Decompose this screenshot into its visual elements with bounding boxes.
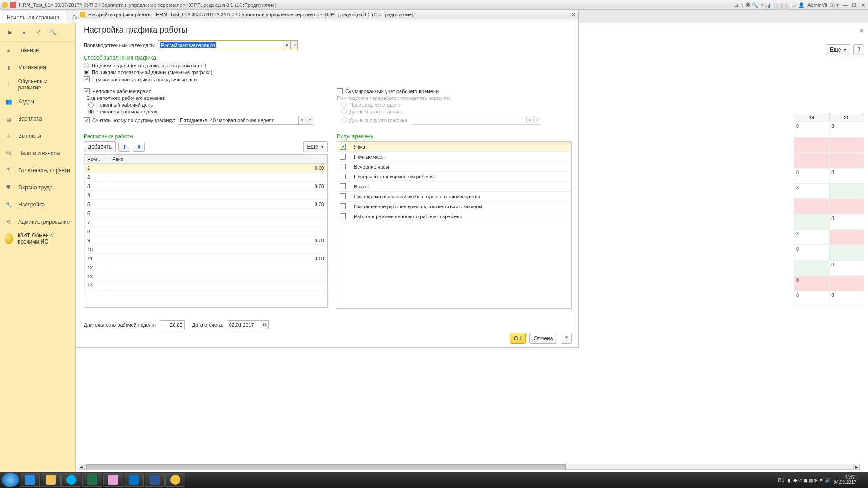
calendar-cell[interactable]: 8 <box>794 276 829 291</box>
dialog-titlebar[interactable]: Настройка графика работы - HRM_Test_01//… <box>77 10 579 19</box>
search-icon[interactable]: 🔍 <box>49 28 57 37</box>
schedule-grid[interactable]: Ном… Явка 18,00238,00458,0067898,0010118… <box>84 154 328 308</box>
calendar-cell[interactable] <box>829 230 864 245</box>
minimize-button[interactable]: — <box>842 2 848 8</box>
table-row[interactable]: 7 <box>85 218 327 227</box>
table-row[interactable]: 8 <box>85 227 327 236</box>
sidebar-item-payouts[interactable]: ⇩Выплаты <box>0 127 75 145</box>
calendar-cell[interactable]: 8 <box>794 291 829 306</box>
checkbox[interactable] <box>340 193 346 199</box>
sidebar-item-salary[interactable]: ▤Зарплата <box>0 110 75 127</box>
history-icon[interactable]: ↺ <box>34 28 42 37</box>
show-desktop[interactable] <box>860 474 863 486</box>
dialog-help-button[interactable]: ? <box>561 333 572 344</box>
lang-indicator[interactable]: RU <box>778 478 784 483</box>
timetypes-grid[interactable]: ✔ЯвкаНочные часыВечерние часыПерерывы дл… <box>337 141 572 309</box>
checkbox-sum[interactable] <box>337 88 343 94</box>
panel-icon[interactable]: ▭ <box>791 2 796 8</box>
calendar-cell[interactable]: 8 <box>794 230 829 245</box>
favorites-icon[interactable]: ★ <box>20 28 28 37</box>
calendar-cell[interactable] <box>829 276 864 291</box>
sidebar-item-safety[interactable]: ⛊Охрана труда <box>0 179 75 196</box>
task-excel[interactable] <box>82 473 102 487</box>
table-row[interactable]: 4 <box>85 191 327 200</box>
sidebar-item-exchange[interactable]: ЮИТ Обмен с прочими ИС <box>0 230 75 247</box>
info-icon[interactable]: ⓘ ▾ <box>830 2 839 9</box>
open-icon[interactable]: ↗ <box>290 41 297 50</box>
timetype-row[interactable]: Перерывы для кормления ребенка <box>337 172 571 182</box>
task-word[interactable] <box>145 473 165 487</box>
dropdown-icon[interactable]: ▾ <box>299 116 306 125</box>
tab-home[interactable]: Начальная страница <box>0 11 66 23</box>
checkbox[interactable] <box>340 183 346 189</box>
task-paint[interactable] <box>103 473 123 487</box>
table-row[interactable]: 10 <box>85 245 327 254</box>
calendar-cell[interactable]: 8 <box>794 122 829 137</box>
cancel-button[interactable]: Отмена <box>529 333 557 344</box>
calendar-cell[interactable] <box>794 199 829 214</box>
dialog-close-button[interactable]: ✕ <box>571 12 576 18</box>
sidebar-item-reports[interactable]: 🖹Отчетность, справки <box>0 162 75 179</box>
radio-partweek[interactable] <box>88 109 94 114</box>
table-row[interactable]: 12 <box>85 263 327 272</box>
timetype-row[interactable]: Ночные часы <box>337 152 571 162</box>
calendar-cell[interactable] <box>794 214 829 230</box>
calendar-cell[interactable]: 8 <box>829 122 864 137</box>
calendar-cell[interactable]: 8 <box>794 183 829 199</box>
tray-icons[interactable]: ◧ ◆ ⟳ ▣ ▦ ◉ ⚑ 🔊 <box>788 478 830 483</box>
move-up-button[interactable]: ⬆ <box>118 142 130 152</box>
table-row[interactable]: 14 <box>85 281 327 290</box>
task-skype[interactable] <box>61 473 81 487</box>
calendar-cell[interactable]: 8 <box>829 291 864 306</box>
horizontal-scrollbar[interactable]: ◂ ▸ <box>78 464 860 470</box>
dropdown-icon[interactable]: ▾ <box>283 41 290 50</box>
calendar-cell[interactable] <box>794 153 829 168</box>
more-grid-button[interactable]: Еще <box>303 141 328 152</box>
apps-icon[interactable]: ⊞ <box>5 28 14 37</box>
system-tray[interactable]: RU ◧ ◆ ⟳ ▣ ▦ ◉ ⚑ 🔊 13:51 04.08.2017 <box>778 474 866 486</box>
sidebar-item-staff[interactable]: 👥Кадры <box>0 93 75 110</box>
table-row[interactable]: 18,00 <box>85 164 327 173</box>
checkbox[interactable] <box>340 213 346 219</box>
calendar-icon[interactable]: 🗓 <box>261 320 269 329</box>
table-row[interactable]: 58,00 <box>85 200 327 209</box>
start-button[interactable] <box>2 473 19 487</box>
table-row[interactable]: 98,00 <box>85 236 327 245</box>
calendar-cell[interactable] <box>829 153 864 168</box>
calendar-cell[interactable]: 8 <box>829 260 864 276</box>
user-name[interactable]: AdminYit <box>807 2 827 8</box>
sidebar-item-taxes[interactable]: %Налоги и взносы <box>0 145 75 162</box>
sidebar-item-motivation[interactable]: ▮Мотивация <box>0 59 75 76</box>
task-outlook[interactable] <box>124 473 144 487</box>
calendar-cell[interactable]: 8 <box>794 168 829 183</box>
table-row[interactable]: 118,00 <box>85 254 327 263</box>
checkbox[interactable]: ✔ <box>340 144 346 150</box>
startdate-input[interactable]: 02.01.2017 🗓 <box>227 320 269 329</box>
sidebar-item-settings[interactable]: 🔧Настройка <box>0 196 75 213</box>
table-row[interactable]: 13 <box>85 272 327 281</box>
calendar-cell[interactable] <box>829 245 864 260</box>
move-down-button[interactable]: ⬇ <box>133 142 145 152</box>
norm-select[interactable]: Пятидневка, 40-часовая рабочая неделя ▾ … <box>178 116 313 125</box>
checkbox[interactable] <box>340 174 346 179</box>
maximize-button[interactable]: ☐ <box>851 2 857 8</box>
calendar-cell[interactable] <box>829 183 864 199</box>
open-icon[interactable]: ↗ <box>306 116 313 125</box>
checkbox[interactable] <box>340 203 346 209</box>
table-row[interactable]: 6 <box>85 209 327 218</box>
more-button[interactable]: Еще <box>826 44 850 55</box>
checkbox-holidays[interactable]: ✔ <box>84 76 90 82</box>
col-num[interactable]: Ном… <box>85 155 109 164</box>
add-button[interactable]: Добавить <box>84 141 116 152</box>
calendar-cell[interactable] <box>829 137 864 153</box>
timetype-row[interactable]: Работа в режиме неполного рабочего време… <box>337 211 571 221</box>
timetype-row[interactable]: Вечерние часы <box>337 162 571 172</box>
calendar-cell[interactable]: 8 <box>829 214 864 230</box>
checkbox-parttime[interactable]: ✔ <box>84 88 90 94</box>
calendar-cell[interactable] <box>794 137 829 153</box>
close-form-button[interactable]: ✕ <box>859 27 864 34</box>
calendar-cell[interactable]: 8 <box>829 168 864 183</box>
close-button[interactable]: ✕ <box>860 2 866 8</box>
task-explorer[interactable] <box>41 473 61 487</box>
calendar-select[interactable]: Российская Федерация ▾ ↗ <box>158 40 298 50</box>
